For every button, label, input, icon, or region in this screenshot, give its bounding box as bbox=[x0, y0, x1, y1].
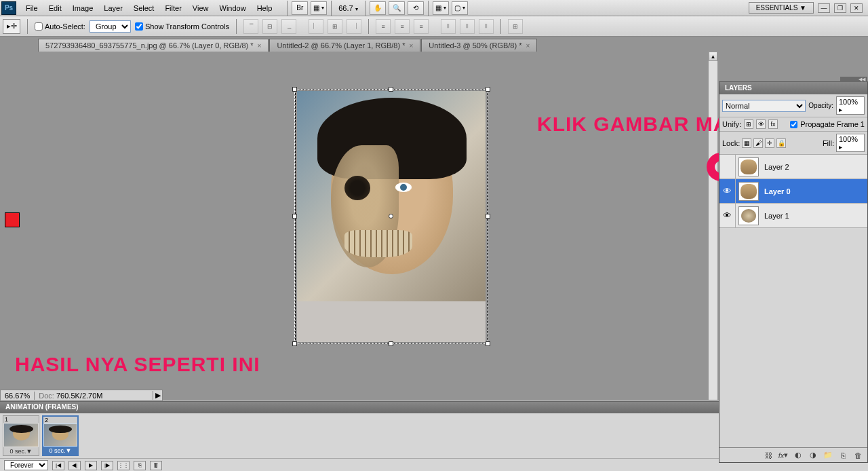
align-vcenter-button[interactable]: ⊟ bbox=[262, 19, 277, 34]
document-tab[interactable]: Untitled-2 @ 66.7% (Layer 1, RGB/8) * × bbox=[269, 39, 420, 52]
opacity-input[interactable]: 100% ▸ bbox=[836, 96, 865, 115]
lock-transparency-button[interactable]: ▦ bbox=[742, 138, 751, 148]
blend-mode-dropdown[interactable]: Normal bbox=[722, 100, 806, 112]
menu-help[interactable]: Help bbox=[252, 1, 278, 16]
loop-dropdown[interactable]: Forever bbox=[4, 460, 48, 470]
transform-handle[interactable] bbox=[292, 341, 297, 346]
show-transform-checkbox[interactable]: Show Transform Controls bbox=[135, 22, 229, 31]
layer-item[interactable]: 👁 Layer 0 bbox=[719, 179, 867, 204]
adjustment-layer-button[interactable]: ◑ bbox=[806, 450, 820, 461]
layer-thumbnail[interactable] bbox=[738, 206, 759, 225]
layer-thumbnail[interactable] bbox=[738, 182, 759, 201]
fill-input[interactable]: 100% ▸ bbox=[836, 134, 865, 152]
layers-panel-header[interactable]: LAYERS bbox=[719, 82, 867, 94]
layer-mask-button[interactable]: ◐ bbox=[791, 450, 805, 461]
transform-handle[interactable] bbox=[486, 214, 490, 219]
auto-select-mode-dropdown[interactable]: Group bbox=[90, 20, 131, 33]
distribute-top-button[interactable]: ≡ bbox=[376, 19, 391, 34]
close-app-button[interactable]: ✕ bbox=[850, 3, 863, 13]
distribute-hcenter-button[interactable]: ⦀ bbox=[460, 19, 475, 34]
transform-bounding-box[interactable] bbox=[295, 90, 488, 343]
layer-visibility-toggle[interactable]: 👁 bbox=[719, 179, 736, 203]
menu-filter[interactable]: Filter bbox=[159, 1, 186, 16]
close-tab-icon[interactable]: × bbox=[526, 42, 530, 50]
transform-handle[interactable] bbox=[389, 341, 393, 346]
distribute-vcenter-button[interactable]: ≡ bbox=[395, 19, 410, 34]
next-frame-button[interactable]: |▶ bbox=[101, 461, 113, 470]
new-layer-button[interactable]: ⎘ bbox=[836, 450, 850, 461]
align-hcenter-button[interactable]: ⊞ bbox=[328, 19, 342, 34]
restore-button[interactable]: ❐ bbox=[834, 3, 846, 13]
panel-collapse-button[interactable]: ◀◀ bbox=[840, 77, 867, 82]
auto-align-button[interactable]: ⊞ bbox=[508, 19, 523, 34]
app-logo[interactable]: Ps bbox=[1, 1, 16, 15]
current-tool-icon[interactable]: ▸✛ bbox=[3, 19, 20, 34]
minimize-button[interactable]: — bbox=[818, 3, 830, 13]
screen-mode-button[interactable]: ▢▾ bbox=[452, 1, 468, 15]
layer-name[interactable]: Layer 1 bbox=[762, 212, 789, 220]
hand-tool-button[interactable]: ✋ bbox=[370, 1, 386, 15]
propagate-frame-checkbox[interactable] bbox=[790, 121, 797, 128]
menu-file[interactable]: File bbox=[20, 1, 43, 16]
transform-handle[interactable] bbox=[486, 341, 490, 346]
rotate-view-button[interactable]: ⟲ bbox=[408, 1, 424, 15]
launch-bridge-button[interactable]: Br bbox=[292, 1, 308, 15]
distribute-left-button[interactable]: ⦀ bbox=[441, 19, 456, 34]
status-doc-info[interactable]: Doc: 760.5K/2.70M bbox=[35, 392, 153, 400]
unify-style-button[interactable]: fx bbox=[768, 119, 778, 129]
foreground-color[interactable] bbox=[5, 212, 20, 227]
delete-layer-button[interactable]: 🗑 bbox=[851, 450, 865, 461]
transform-handle[interactable] bbox=[389, 87, 393, 92]
auto-select-checkbox[interactable]: Auto-Select: bbox=[35, 22, 85, 31]
status-zoom[interactable]: 66.67% bbox=[1, 392, 35, 400]
align-right-button[interactable]: ⎹ bbox=[347, 19, 361, 34]
tween-button[interactable]: ⋮⋮ bbox=[117, 461, 130, 470]
distribute-bottom-button[interactable]: ≡ bbox=[414, 19, 429, 34]
unify-visibility-button[interactable]: 👁 bbox=[756, 119, 766, 129]
delete-frame-button[interactable]: 🗑 bbox=[150, 461, 162, 470]
lock-all-button[interactable]: 🔒 bbox=[776, 138, 786, 148]
align-bottom-button[interactable]: ⎽ bbox=[281, 19, 296, 34]
animation-frame[interactable]: 2 0 sec.▼ bbox=[42, 415, 79, 456]
transform-handle[interactable] bbox=[292, 87, 297, 92]
menu-image[interactable]: Image bbox=[67, 1, 99, 16]
zoom-level-display[interactable]: 66.7▾ bbox=[334, 4, 361, 12]
layer-item[interactable]: Layer 2 bbox=[719, 155, 867, 179]
vertical-scrollbar[interactable]: ▲ bbox=[708, 52, 717, 400]
layer-group-button[interactable]: 📁 bbox=[821, 450, 835, 461]
frame-delay-button[interactable]: 0 sec.▼ bbox=[3, 447, 39, 455]
view-extras-button[interactable]: ▦▾ bbox=[311, 1, 327, 15]
layer-style-button[interactable]: fx▾ bbox=[776, 450, 790, 461]
zoom-tool-button[interactable]: 🔍 bbox=[389, 1, 405, 15]
document-tab[interactable]: Untitled-3 @ 50% (RGB/8) * × bbox=[421, 39, 537, 52]
document-tab[interactable]: 572793936480_693755775_n.jpg @ 66.7% (La… bbox=[38, 39, 269, 52]
menu-select[interactable]: Select bbox=[128, 1, 160, 16]
status-menu-button[interactable]: ▶ bbox=[153, 391, 162, 400]
play-button[interactable]: ▶ bbox=[85, 461, 97, 470]
menu-window[interactable]: Window bbox=[214, 1, 252, 16]
animation-frame[interactable]: 1 0 sec.▼ bbox=[3, 415, 39, 456]
lock-pixels-button[interactable]: 🖌 bbox=[753, 138, 763, 148]
close-tab-icon[interactable]: × bbox=[258, 42, 262, 50]
menu-view[interactable]: View bbox=[187, 1, 214, 16]
unify-position-button[interactable]: ⊞ bbox=[744, 119, 753, 129]
transform-handle[interactable] bbox=[292, 214, 297, 219]
link-layers-button[interactable]: ⛓ bbox=[762, 450, 775, 461]
transform-handle[interactable] bbox=[486, 87, 490, 92]
layer-visibility-toggle[interactable]: 👁 bbox=[719, 204, 736, 227]
duplicate-frame-button[interactable]: ⎘ bbox=[134, 461, 146, 470]
distribute-right-button[interactable]: ⦀ bbox=[479, 19, 494, 34]
arrange-documents-button[interactable]: ▦▾ bbox=[433, 1, 449, 15]
transform-center[interactable] bbox=[389, 214, 393, 219]
align-top-button[interactable]: ⎺ bbox=[243, 19, 258, 34]
layer-name[interactable]: Layer 0 bbox=[762, 187, 791, 195]
lock-position-button[interactable]: ✛ bbox=[765, 138, 774, 148]
layer-thumbnail[interactable] bbox=[738, 157, 759, 176]
frame-delay-button[interactable]: 0 sec.▼ bbox=[43, 447, 77, 455]
menu-layer[interactable]: Layer bbox=[98, 1, 128, 16]
align-left-button[interactable]: ⎸ bbox=[309, 19, 323, 34]
menu-edit[interactable]: Edit bbox=[43, 1, 67, 16]
layer-item[interactable]: 👁 Layer 1 bbox=[719, 204, 867, 228]
workspace-switcher[interactable]: ESSENTIALS ▼ bbox=[749, 2, 814, 14]
layer-name[interactable]: Layer 2 bbox=[762, 163, 789, 171]
